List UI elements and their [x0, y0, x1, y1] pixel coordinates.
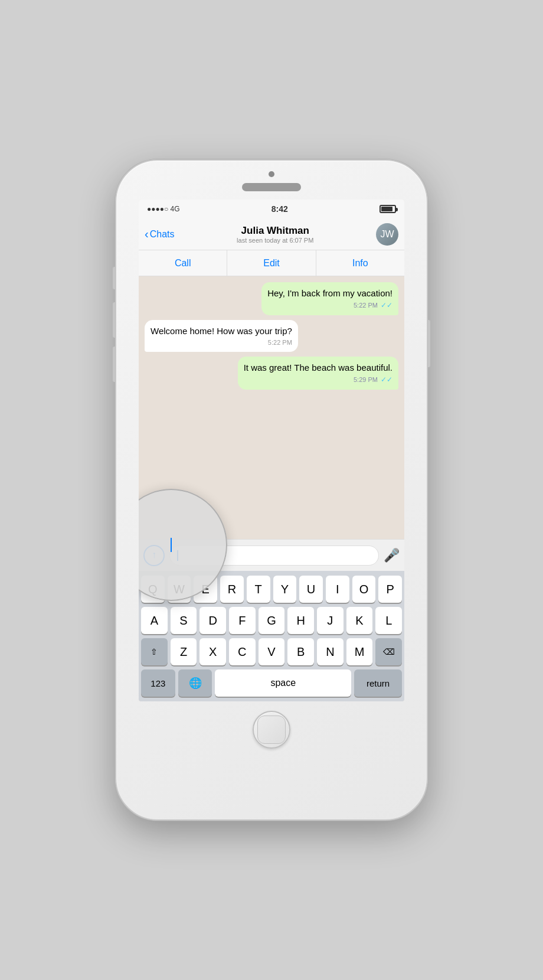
back-button[interactable]: ‹ Chats — [145, 227, 174, 241]
call-label: Call — [175, 258, 191, 269]
call-button[interactable]: Call — [139, 250, 227, 276]
key-n[interactable]: N — [317, 638, 344, 665]
message-time: 5:22 PM — [151, 338, 292, 347]
keyboard-row-4: 123 🌐 space return — [139, 667, 404, 701]
key-r[interactable]: R — [220, 576, 244, 603]
key-i[interactable]: I — [326, 576, 349, 603]
table-row: Welcome home! How was your trip? 5:22 PM — [145, 320, 398, 352]
battery-fill — [381, 207, 392, 211]
message-text: Welcome home! How was your trip? — [151, 325, 292, 337]
edit-label: Edit — [263, 258, 280, 269]
key-o[interactable]: O — [352, 576, 376, 603]
info-label: Info — [352, 258, 368, 269]
sent-bubble: Hey, I'm back from my vacation! 5:22 PM … — [261, 282, 398, 315]
action-bar: Call Edit Info — [139, 250, 404, 276]
key-v[interactable]: V — [259, 638, 285, 665]
received-bubble: Welcome home! How was your trip? 5:22 PM — [145, 320, 298, 352]
key-c[interactable]: C — [229, 638, 256, 665]
key-p[interactable]: P — [378, 576, 402, 603]
key-a[interactable]: A — [141, 607, 168, 634]
camera — [269, 171, 274, 177]
keyboard-row-2: A S D F G H J K L — [139, 604, 404, 635]
signal-indicator: ●●●●○ 4G — [147, 205, 180, 213]
home-button[interactable] — [253, 711, 290, 749]
status-bar: ●●●●○ 4G 8:42 — [139, 200, 404, 218]
home-button-inner — [257, 716, 286, 744]
key-u[interactable]: U — [299, 576, 323, 603]
message-text: It was great! The beach was beautiful. — [244, 361, 392, 374]
phone-frame: ●●●●○ 4G 8:42 ‹ Chats Julia Whitman last… — [115, 159, 428, 821]
key-m[interactable]: M — [346, 638, 373, 665]
read-receipt-icon: ✓✓ — [381, 301, 392, 309]
magnifier-content — [171, 538, 172, 552]
message-text: Hey, I'm back from my vacation! — [267, 287, 392, 299]
info-button[interactable]: Info — [316, 250, 404, 276]
key-d[interactable]: D — [199, 607, 226, 634]
key-f[interactable]: F — [229, 607, 256, 634]
key-y[interactable]: Y — [273, 576, 297, 603]
shift-key[interactable]: ⇧ — [141, 638, 168, 665]
key-l[interactable]: L — [375, 607, 402, 634]
last-seen-status: last seen today at 6:07 PM — [237, 237, 313, 244]
key-x[interactable]: X — [199, 638, 226, 665]
key-g[interactable]: G — [259, 607, 285, 634]
key-j[interactable]: J — [317, 607, 344, 634]
volume-up-button[interactable] — [113, 302, 116, 338]
screen: ●●●●○ 4G 8:42 ‹ Chats Julia Whitman last… — [139, 200, 404, 701]
space-key[interactable]: space — [215, 669, 351, 697]
avatar-image: JW — [376, 223, 398, 246]
phone-top — [116, 161, 427, 197]
table-row: Hey, I'm back from my vacation! 5:22 PM … — [145, 282, 398, 315]
microphone-button[interactable]: 🎤 — [384, 548, 400, 563]
return-key[interactable]: return — [354, 669, 402, 697]
key-b[interactable]: B — [287, 638, 314, 665]
microphone-icon: 🎤 — [384, 548, 400, 563]
nav-center: Julia Whitman last seen today at 6:07 PM — [179, 225, 371, 244]
battery-indicator — [380, 205, 396, 213]
contact-name: Julia Whitman — [241, 225, 309, 237]
message-time: 5:29 PM ✓✓ — [244, 375, 392, 385]
read-receipt-icon: ✓✓ — [381, 375, 392, 384]
keyboard-row-3: ⇧ Z X C V B N M ⌫ — [139, 635, 404, 667]
clock: 8:42 — [272, 204, 288, 214]
numbers-key[interactable]: 123 — [141, 669, 175, 697]
avatar[interactable]: JW — [376, 223, 398, 246]
text-cursor — [171, 538, 172, 552]
key-s[interactable]: S — [171, 607, 197, 634]
edit-button[interactable]: Edit — [227, 250, 316, 276]
chevron-left-icon: ‹ — [145, 227, 149, 241]
key-h[interactable]: H — [287, 607, 314, 634]
key-z[interactable]: Z — [171, 638, 197, 665]
message-time: 5:22 PM ✓✓ — [267, 300, 392, 311]
key-k[interactable]: K — [346, 607, 373, 634]
speaker — [242, 183, 301, 191]
globe-key[interactable]: 🌐 — [178, 669, 212, 697]
delete-key[interactable]: ⌫ — [375, 638, 402, 665]
sent-bubble: It was great! The beach was beautiful. 5… — [238, 357, 398, 390]
power-button[interactable] — [427, 320, 430, 367]
navigation-bar: ‹ Chats Julia Whitman last seen today at… — [139, 218, 404, 250]
mute-button[interactable] — [113, 267, 116, 289]
volume-down-button[interactable] — [113, 347, 116, 382]
back-label: Chats — [150, 229, 175, 240]
table-row: It was great! The beach was beautiful. 5… — [145, 357, 398, 390]
key-t[interactable]: T — [247, 576, 270, 603]
